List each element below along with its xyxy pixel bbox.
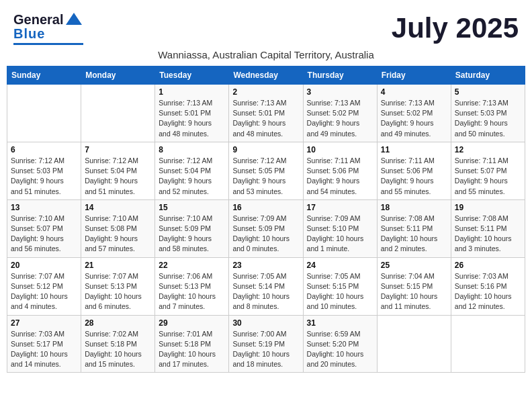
- day-number: 10: [307, 145, 373, 154]
- day-number: 23: [232, 261, 299, 270]
- day-number: 20: [11, 261, 77, 270]
- day-info: Sunrise: 7:07 AM Sunset: 5:13 PM Dayligh…: [85, 271, 151, 312]
- month-title: July 2025: [392, 12, 519, 44]
- day-info: Sunrise: 7:13 AM Sunset: 5:02 PM Dayligh…: [307, 98, 373, 139]
- day-info: Sunrise: 7:13 AM Sunset: 5:03 PM Dayligh…: [455, 98, 521, 139]
- calendar-cell: 2Sunrise: 7:13 AM Sunset: 5:01 PM Daylig…: [229, 85, 303, 142]
- day-number: 18: [381, 203, 447, 212]
- calendar-cell: 24Sunrise: 7:05 AM Sunset: 5:15 PM Dayli…: [303, 257, 377, 315]
- day-number: 28: [85, 318, 151, 328]
- calendar-cell: 8Sunrise: 7:12 AM Sunset: 5:04 PM Daylig…: [155, 142, 229, 199]
- day-info: Sunrise: 7:01 AM Sunset: 5:18 PM Dayligh…: [159, 329, 225, 370]
- day-number: 2: [232, 87, 299, 97]
- page-header: General Blue July 2025: [7, 7, 525, 48]
- day-info: Sunrise: 7:13 AM Sunset: 5:01 PM Dayligh…: [232, 98, 299, 139]
- day-number: 30: [232, 318, 299, 328]
- calendar-cell: 30Sunrise: 7:00 AM Sunset: 5:19 PM Dayli…: [229, 315, 303, 373]
- day-number: 11: [381, 145, 447, 154]
- day-number: 22: [159, 261, 225, 270]
- calendar-week-row: 20Sunrise: 7:07 AM Sunset: 5:12 PM Dayli…: [7, 257, 525, 315]
- calendar-cell: 19Sunrise: 7:08 AM Sunset: 5:11 PM Dayli…: [451, 199, 525, 257]
- column-header-monday: Monday: [81, 66, 155, 85]
- calendar-cell: [7, 85, 81, 142]
- calendar-cell: 27Sunrise: 7:03 AM Sunset: 5:17 PM Dayli…: [7, 315, 81, 373]
- calendar-cell: 31Sunrise: 6:59 AM Sunset: 5:20 PM Dayli…: [303, 315, 377, 373]
- day-number: 19: [455, 203, 521, 212]
- calendar-cell: 15Sunrise: 7:10 AM Sunset: 5:09 PM Dayli…: [155, 199, 229, 257]
- day-number: 12: [455, 145, 521, 154]
- day-info: Sunrise: 7:11 AM Sunset: 5:06 PM Dayligh…: [307, 156, 373, 197]
- svg-marker-0: [66, 13, 82, 25]
- day-number: 17: [307, 203, 373, 212]
- day-info: Sunrise: 7:11 AM Sunset: 5:06 PM Dayligh…: [381, 156, 447, 197]
- calendar-cell: 3Sunrise: 7:13 AM Sunset: 5:02 PM Daylig…: [303, 85, 377, 142]
- day-info: Sunrise: 7:08 AM Sunset: 5:11 PM Dayligh…: [455, 214, 521, 255]
- day-info: Sunrise: 7:10 AM Sunset: 5:08 PM Dayligh…: [85, 214, 151, 255]
- day-number: 24: [307, 261, 373, 270]
- calendar-cell: 28Sunrise: 7:02 AM Sunset: 5:18 PM Dayli…: [81, 315, 155, 373]
- calendar-cell: 23Sunrise: 7:05 AM Sunset: 5:14 PM Dayli…: [229, 257, 303, 315]
- day-info: Sunrise: 7:12 AM Sunset: 5:05 PM Dayligh…: [232, 156, 299, 197]
- day-number: 4: [381, 87, 447, 97]
- day-info: Sunrise: 7:06 AM Sunset: 5:13 PM Dayligh…: [159, 271, 225, 312]
- calendar-cell: 13Sunrise: 7:10 AM Sunset: 5:07 PM Dayli…: [7, 199, 81, 257]
- day-number: 9: [232, 145, 299, 154]
- calendar-week-row: 1Sunrise: 7:13 AM Sunset: 5:01 PM Daylig…: [7, 85, 525, 142]
- day-number: 3: [307, 87, 373, 97]
- calendar-table: SundayMondayTuesdayWednesdayThursdayFrid…: [7, 66, 525, 373]
- calendar-cell: [81, 85, 155, 142]
- logo-underline: [13, 43, 83, 45]
- day-info: Sunrise: 7:10 AM Sunset: 5:07 PM Dayligh…: [11, 214, 77, 255]
- day-info: Sunrise: 7:12 AM Sunset: 5:04 PM Dayligh…: [85, 156, 151, 197]
- day-number: 21: [85, 261, 151, 270]
- day-info: Sunrise: 7:07 AM Sunset: 5:12 PM Dayligh…: [11, 271, 77, 312]
- calendar-cell: 22Sunrise: 7:06 AM Sunset: 5:13 PM Dayli…: [155, 257, 229, 315]
- calendar-cell: [377, 315, 451, 373]
- day-info: Sunrise: 7:09 AM Sunset: 5:10 PM Dayligh…: [307, 214, 373, 255]
- day-info: Sunrise: 7:05 AM Sunset: 5:14 PM Dayligh…: [232, 271, 299, 312]
- day-info: Sunrise: 7:03 AM Sunset: 5:16 PM Dayligh…: [455, 271, 521, 312]
- day-info: Sunrise: 7:02 AM Sunset: 5:18 PM Dayligh…: [85, 329, 151, 370]
- logo: General Blue: [13, 12, 83, 45]
- calendar-cell: 25Sunrise: 7:04 AM Sunset: 5:15 PM Dayli…: [377, 257, 451, 315]
- day-info: Sunrise: 7:04 AM Sunset: 5:15 PM Dayligh…: [381, 271, 447, 312]
- calendar-cell: 20Sunrise: 7:07 AM Sunset: 5:12 PM Dayli…: [7, 257, 81, 315]
- calendar-cell: 11Sunrise: 7:11 AM Sunset: 5:06 PM Dayli…: [377, 142, 451, 199]
- logo-blue: Blue: [13, 26, 45, 42]
- calendar-cell: 6Sunrise: 7:12 AM Sunset: 5:03 PM Daylig…: [7, 142, 81, 199]
- calendar-cell: 26Sunrise: 7:03 AM Sunset: 5:16 PM Dayli…: [451, 257, 525, 315]
- day-number: 27: [11, 318, 77, 328]
- calendar-cell: 18Sunrise: 7:08 AM Sunset: 5:11 PM Dayli…: [377, 199, 451, 257]
- day-info: Sunrise: 7:12 AM Sunset: 5:04 PM Dayligh…: [159, 156, 225, 197]
- day-number: 15: [159, 203, 225, 212]
- calendar-week-row: 27Sunrise: 7:03 AM Sunset: 5:17 PM Dayli…: [7, 315, 525, 373]
- day-info: Sunrise: 7:08 AM Sunset: 5:11 PM Dayligh…: [381, 214, 447, 255]
- day-info: Sunrise: 7:03 AM Sunset: 5:17 PM Dayligh…: [11, 329, 77, 370]
- day-number: 5: [455, 87, 521, 97]
- calendar-cell: 17Sunrise: 7:09 AM Sunset: 5:10 PM Dayli…: [303, 199, 377, 257]
- calendar-cell: 1Sunrise: 7:13 AM Sunset: 5:01 PM Daylig…: [155, 85, 229, 142]
- calendar-cell: 12Sunrise: 7:11 AM Sunset: 5:07 PM Dayli…: [451, 142, 525, 199]
- calendar-cell: 10Sunrise: 7:11 AM Sunset: 5:06 PM Dayli…: [303, 142, 377, 199]
- calendar-cell: 9Sunrise: 7:12 AM Sunset: 5:05 PM Daylig…: [229, 142, 303, 199]
- calendar-cell: 16Sunrise: 7:09 AM Sunset: 5:09 PM Dayli…: [229, 199, 303, 257]
- calendar-week-row: 13Sunrise: 7:10 AM Sunset: 5:07 PM Dayli…: [7, 199, 525, 257]
- day-number: 16: [232, 203, 299, 212]
- day-info: Sunrise: 7:12 AM Sunset: 5:03 PM Dayligh…: [11, 156, 77, 197]
- calendar-cell: 4Sunrise: 7:13 AM Sunset: 5:02 PM Daylig…: [377, 85, 451, 142]
- day-number: 14: [85, 203, 151, 212]
- day-info: Sunrise: 7:00 AM Sunset: 5:19 PM Dayligh…: [232, 329, 299, 370]
- calendar-cell: [451, 315, 525, 373]
- day-number: 26: [455, 261, 521, 270]
- calendar-cell: 5Sunrise: 7:13 AM Sunset: 5:03 PM Daylig…: [451, 85, 525, 142]
- calendar-week-row: 6Sunrise: 7:12 AM Sunset: 5:03 PM Daylig…: [7, 142, 525, 199]
- calendar-cell: 29Sunrise: 7:01 AM Sunset: 5:18 PM Dayli…: [155, 315, 229, 373]
- calendar-cell: 14Sunrise: 7:10 AM Sunset: 5:08 PM Dayli…: [81, 199, 155, 257]
- column-header-sunday: Sunday: [7, 66, 81, 85]
- column-header-tuesday: Tuesday: [155, 66, 229, 85]
- day-info: Sunrise: 6:59 AM Sunset: 5:20 PM Dayligh…: [307, 329, 373, 370]
- calendar-body: 1Sunrise: 7:13 AM Sunset: 5:01 PM Daylig…: [7, 85, 525, 373]
- day-info: Sunrise: 7:11 AM Sunset: 5:07 PM Dayligh…: [455, 156, 521, 197]
- calendar-header-row: SundayMondayTuesdayWednesdayThursdayFrid…: [7, 66, 525, 85]
- day-number: 8: [159, 145, 225, 154]
